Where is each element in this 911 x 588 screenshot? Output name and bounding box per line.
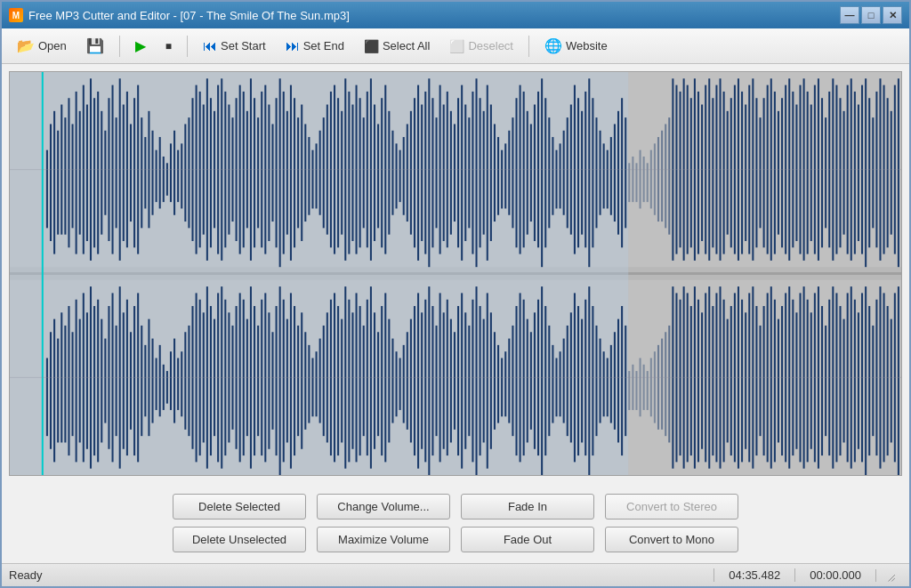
svg-rect-370 [515, 306, 517, 455]
svg-rect-433 [745, 312, 746, 448]
maximize-button[interactable]: □ [861, 6, 881, 24]
svg-rect-403 [635, 371, 637, 410]
svg-rect-357 [468, 326, 470, 436]
svg-rect-118 [454, 124, 456, 222]
svg-rect-81 [319, 131, 321, 215]
svg-rect-408 [654, 351, 656, 423]
svg-rect-22 [104, 131, 106, 215]
delete-selected-button[interactable]: Delete Selected [173, 494, 306, 520]
buttons-row-1: Delete Selected Change Volume... Fade In… [16, 494, 895, 520]
select-all-icon: ⬛ [364, 39, 379, 53]
svg-rect-77 [304, 124, 306, 222]
fade-in-button[interactable]: Fade In [461, 494, 594, 520]
svg-rect-174 [657, 137, 659, 222]
play-button[interactable]: ▶ [127, 33, 154, 60]
svg-rect-102 [396, 143, 398, 208]
svg-rect-68 [271, 124, 273, 222]
convert-to-stereo-button[interactable]: Convert to Stereo [605, 494, 738, 520]
app-icon: M [9, 8, 23, 22]
buttons-area: Delete Selected Change Volume... Fade In… [2, 483, 909, 563]
svg-rect-15 [79, 111, 81, 235]
svg-rect-324 [348, 300, 350, 463]
website-button[interactable]: 🌐 Website [536, 33, 616, 60]
maximize-volume-button[interactable]: Maximize Volume [317, 527, 450, 552]
svg-rect-396 [610, 345, 612, 423]
svg-rect-307 [286, 319, 288, 443]
svg-rect-352 [450, 319, 452, 443]
title-bar-controls: — □ ✕ [840, 6, 902, 24]
open-button[interactable]: Open [9, 33, 75, 60]
svg-rect-338 [399, 358, 401, 409]
save-button[interactable]: 💾 [78, 33, 112, 60]
select-all-button[interactable]: ⬛ Select All [356, 33, 438, 60]
set-end-icon: ⏭ [286, 38, 300, 54]
svg-rect-8 [53, 111, 55, 254]
svg-rect-75 [297, 117, 299, 228]
svg-rect-176 [665, 124, 666, 228]
svg-rect-262 [123, 312, 125, 448]
svg-rect-110 [424, 92, 426, 254]
minimize-button[interactable]: — [840, 6, 859, 24]
svg-rect-309 [294, 306, 295, 455]
svg-rect-243 [53, 319, 55, 463]
svg-rect-381 [555, 358, 557, 416]
svg-rect-212 [795, 105, 797, 241]
svg-rect-248 [72, 332, 74, 436]
svg-rect-312 [304, 332, 306, 430]
svg-rect-275 [170, 351, 172, 410]
svg-rect-354 [457, 306, 459, 455]
svg-rect-185 [697, 92, 699, 254]
svg-rect-155 [588, 78, 590, 267]
svg-rect-12 [68, 98, 69, 247]
main-window: M Free MP3 Cutter and Editor - [07 - The… [0, 0, 911, 588]
svg-rect-109 [421, 105, 423, 241]
set-start-button[interactable]: ⏮ Set Start [195, 33, 274, 60]
svg-rect-120 [461, 85, 463, 261]
svg-rect-11 [64, 117, 66, 235]
svg-rect-194 [730, 98, 732, 247]
change-volume-button[interactable]: Change Volume... [317, 494, 450, 520]
svg-rect-156 [592, 98, 593, 247]
svg-rect-298 [254, 306, 255, 455]
svg-rect-161 [610, 137, 612, 215]
svg-rect-43 [181, 143, 182, 208]
folder-icon [17, 37, 35, 54]
svg-rect-17 [86, 105, 88, 241]
close-button[interactable]: ✕ [883, 6, 902, 24]
svg-rect-475 [898, 286, 899, 475]
svg-rect-149 [567, 117, 568, 228]
svg-rect-254 [93, 306, 95, 455]
svg-rect-27 [123, 105, 125, 241]
svg-rect-272 [159, 345, 161, 416]
svg-rect-7 [50, 124, 52, 241]
svg-rect-432 [741, 300, 743, 463]
svg-rect-80 [316, 143, 318, 208]
svg-rect-302 [268, 312, 270, 448]
svg-rect-380 [552, 345, 553, 423]
svg-rect-393 [600, 339, 601, 423]
svg-rect-172 [650, 150, 652, 209]
deselect-button[interactable]: ⬜ Deselect [441, 33, 521, 60]
svg-rect-87 [341, 111, 343, 235]
svg-rect-410 [661, 339, 663, 430]
fade-out-button[interactable]: Fade Out [461, 527, 594, 552]
set-end-button[interactable]: ⏭ Set End [278, 33, 352, 60]
svg-rect-119 [457, 98, 459, 247]
set-end-label: Set End [303, 39, 344, 52]
svg-rect-13 [72, 124, 74, 228]
svg-rect-358 [472, 300, 473, 463]
svg-rect-438 [763, 306, 765, 455]
svg-rect-228 [854, 92, 856, 254]
svg-rect-399 [621, 306, 623, 455]
convert-to-mono-button[interactable]: Convert to Mono [605, 527, 738, 552]
svg-rect-39 [166, 163, 168, 196]
svg-rect-175 [661, 131, 663, 222]
delete-unselected-button[interactable]: Delete Unselected [173, 527, 306, 552]
svg-rect-44 [184, 124, 186, 222]
svg-rect-45 [188, 117, 189, 228]
svg-rect-14 [76, 92, 77, 254]
svg-rect-170 [643, 157, 645, 202]
svg-rect-353 [454, 332, 456, 430]
waveform-container[interactable] [9, 71, 902, 476]
stop-button[interactable]: ■ [157, 33, 180, 60]
